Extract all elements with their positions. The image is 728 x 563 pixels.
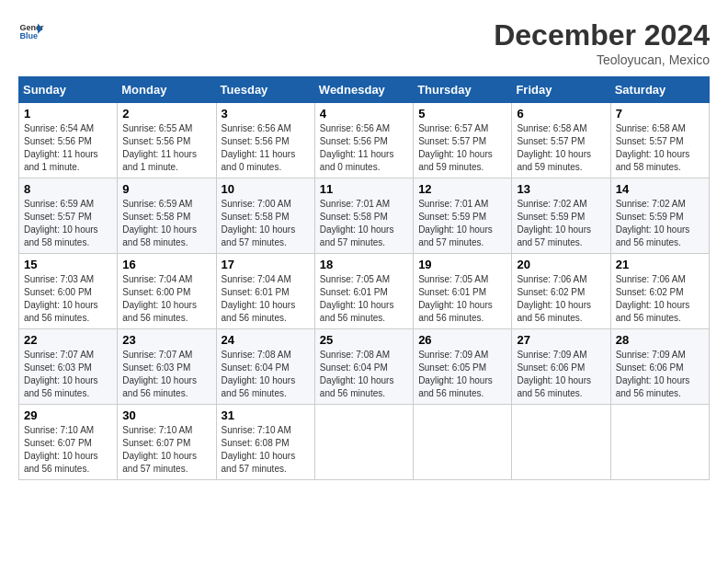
day-number: 1: [24, 107, 112, 121]
svg-text:Blue: Blue: [19, 31, 38, 40]
empty-cell: [610, 405, 709, 480]
day-info: Sunrise: 7:07 AM Sunset: 6:03 PM Dayligh…: [24, 349, 112, 400]
day-number: 9: [122, 182, 210, 196]
calendar-day-cell: 20Sunrise: 7:06 AM Sunset: 6:02 PM Dayli…: [512, 254, 610, 329]
day-info: Sunrise: 7:04 AM Sunset: 6:01 PM Dayligh…: [222, 273, 310, 325]
day-info: Sunrise: 6:59 AM Sunset: 5:58 PM Dayligh…: [122, 198, 210, 249]
day-info: Sunrise: 7:10 AM Sunset: 6:08 PM Dayligh…: [222, 424, 310, 476]
calendar-day-cell: 5Sunrise: 6:57 AM Sunset: 5:57 PM Daylig…: [414, 103, 512, 178]
day-number: 12: [418, 182, 506, 196]
calendar-day-cell: 9Sunrise: 6:59 AM Sunset: 5:58 PM Daylig…: [118, 178, 216, 254]
logo: General Blue: [18, 18, 44, 44]
day-number: 23: [122, 333, 210, 347]
day-info: Sunrise: 7:03 AM Sunset: 6:00 PM Dayligh…: [24, 273, 112, 325]
calendar-day-cell: 23Sunrise: 7:07 AM Sunset: 6:03 PM Dayli…: [118, 329, 216, 405]
calendar-week-row: 8Sunrise: 6:59 AM Sunset: 5:57 PM Daylig…: [19, 178, 710, 254]
weekday-header-row: SundayMondayTuesdayWednesdayThursdayFrid…: [19, 77, 710, 103]
calendar-day-cell: 11Sunrise: 7:01 AM Sunset: 5:58 PM Dayli…: [314, 178, 413, 254]
empty-cell: [512, 405, 610, 480]
day-info: Sunrise: 6:57 AM Sunset: 5:57 PM Dayligh…: [418, 122, 506, 174]
page-header: General Blue December 2024 Teoloyucan, M…: [18, 18, 710, 67]
day-number: 27: [517, 333, 605, 347]
day-number: 5: [418, 107, 506, 121]
day-number: 29: [24, 408, 112, 422]
calendar-day-cell: 21Sunrise: 7:06 AM Sunset: 6:02 PM Dayli…: [610, 254, 709, 329]
calendar-day-cell: 17Sunrise: 7:04 AM Sunset: 6:01 PM Dayli…: [216, 254, 314, 329]
day-info: Sunrise: 7:09 AM Sunset: 6:06 PM Dayligh…: [616, 349, 704, 400]
day-info: Sunrise: 7:10 AM Sunset: 6:07 PM Dayligh…: [122, 424, 210, 476]
day-info: Sunrise: 7:04 AM Sunset: 6:00 PM Dayligh…: [122, 273, 210, 325]
day-number: 19: [418, 258, 506, 271]
calendar-week-row: 22Sunrise: 7:07 AM Sunset: 6:03 PM Dayli…: [19, 329, 710, 405]
calendar-day-cell: 1Sunrise: 6:54 AM Sunset: 5:56 PM Daylig…: [19, 103, 118, 178]
calendar-week-row: 29Sunrise: 7:10 AM Sunset: 6:07 PM Dayli…: [19, 405, 710, 480]
calendar-day-cell: 24Sunrise: 7:08 AM Sunset: 6:04 PM Dayli…: [216, 329, 314, 405]
calendar-day-cell: 10Sunrise: 7:00 AM Sunset: 5:58 PM Dayli…: [216, 178, 314, 254]
weekday-header-tuesday: Tuesday: [216, 77, 314, 103]
day-info: Sunrise: 6:59 AM Sunset: 5:57 PM Dayligh…: [24, 198, 112, 249]
location: Teoloyucan, Mexico: [494, 52, 710, 67]
month-title: December 2024: [494, 18, 710, 52]
calendar-week-row: 1Sunrise: 6:54 AM Sunset: 5:56 PM Daylig…: [19, 103, 710, 178]
day-number: 20: [517, 258, 605, 271]
day-info: Sunrise: 7:08 AM Sunset: 6:04 PM Dayligh…: [320, 349, 408, 400]
calendar-day-cell: 25Sunrise: 7:08 AM Sunset: 6:04 PM Dayli…: [314, 329, 413, 405]
day-number: 17: [222, 258, 310, 271]
calendar-day-cell: 27Sunrise: 7:09 AM Sunset: 6:06 PM Dayli…: [512, 329, 610, 405]
calendar-day-cell: 28Sunrise: 7:09 AM Sunset: 6:06 PM Dayli…: [610, 329, 709, 405]
day-number: 7: [616, 107, 704, 121]
calendar-week-row: 15Sunrise: 7:03 AM Sunset: 6:00 PM Dayli…: [19, 254, 710, 329]
calendar-day-cell: 29Sunrise: 7:10 AM Sunset: 6:07 PM Dayli…: [19, 405, 118, 480]
calendar-day-cell: 18Sunrise: 7:05 AM Sunset: 6:01 PM Dayli…: [314, 254, 413, 329]
day-info: Sunrise: 7:07 AM Sunset: 6:03 PM Dayligh…: [122, 349, 210, 400]
title-block: December 2024 Teoloyucan, Mexico: [494, 18, 710, 67]
empty-cell: [414, 405, 512, 480]
day-info: Sunrise: 7:02 AM Sunset: 5:59 PM Dayligh…: [616, 198, 704, 249]
calendar-day-cell: 8Sunrise: 6:59 AM Sunset: 5:57 PM Daylig…: [19, 178, 118, 254]
day-info: Sunrise: 7:05 AM Sunset: 6:01 PM Dayligh…: [418, 273, 506, 325]
day-number: 10: [222, 182, 310, 196]
day-number: 24: [222, 333, 310, 347]
day-info: Sunrise: 7:08 AM Sunset: 6:04 PM Dayligh…: [222, 349, 310, 400]
empty-cell: [314, 405, 413, 480]
calendar-table: SundayMondayTuesdayWednesdayThursdayFrid…: [18, 76, 710, 480]
day-number: 4: [320, 107, 408, 121]
day-number: 16: [122, 258, 210, 271]
day-number: 18: [320, 258, 408, 271]
calendar-day-cell: 16Sunrise: 7:04 AM Sunset: 6:00 PM Dayli…: [118, 254, 216, 329]
weekday-header-friday: Friday: [512, 77, 610, 103]
day-info: Sunrise: 6:54 AM Sunset: 5:56 PM Dayligh…: [24, 122, 112, 174]
day-info: Sunrise: 7:00 AM Sunset: 5:58 PM Dayligh…: [222, 198, 310, 249]
day-info: Sunrise: 6:55 AM Sunset: 5:56 PM Dayligh…: [122, 122, 210, 174]
day-info: Sunrise: 6:58 AM Sunset: 5:57 PM Dayligh…: [616, 122, 704, 174]
day-number: 3: [222, 107, 310, 121]
day-number: 25: [320, 333, 408, 347]
day-number: 2: [122, 107, 210, 121]
logo-icon: General Blue: [18, 18, 44, 44]
day-info: Sunrise: 7:02 AM Sunset: 5:59 PM Dayligh…: [517, 198, 605, 249]
calendar-day-cell: 19Sunrise: 7:05 AM Sunset: 6:01 PM Dayli…: [414, 254, 512, 329]
weekday-header-sunday: Sunday: [19, 77, 118, 103]
day-info: Sunrise: 6:56 AM Sunset: 5:56 PM Dayligh…: [320, 122, 408, 174]
day-number: 21: [616, 258, 704, 271]
day-number: 22: [24, 333, 112, 347]
calendar-day-cell: 26Sunrise: 7:09 AM Sunset: 6:05 PM Dayli…: [414, 329, 512, 405]
day-info: Sunrise: 6:56 AM Sunset: 5:56 PM Dayligh…: [222, 122, 310, 174]
calendar-day-cell: 7Sunrise: 6:58 AM Sunset: 5:57 PM Daylig…: [610, 103, 709, 178]
calendar-day-cell: 30Sunrise: 7:10 AM Sunset: 6:07 PM Dayli…: [118, 405, 216, 480]
day-info: Sunrise: 7:09 AM Sunset: 6:06 PM Dayligh…: [517, 349, 605, 400]
calendar-day-cell: 22Sunrise: 7:07 AM Sunset: 6:03 PM Dayli…: [19, 329, 118, 405]
day-info: Sunrise: 7:10 AM Sunset: 6:07 PM Dayligh…: [24, 424, 112, 476]
day-info: Sunrise: 7:06 AM Sunset: 6:02 PM Dayligh…: [517, 273, 605, 325]
weekday-header-monday: Monday: [118, 77, 216, 103]
day-info: Sunrise: 7:05 AM Sunset: 6:01 PM Dayligh…: [320, 273, 408, 325]
day-info: Sunrise: 7:09 AM Sunset: 6:05 PM Dayligh…: [418, 349, 506, 400]
calendar-day-cell: 6Sunrise: 6:58 AM Sunset: 5:57 PM Daylig…: [512, 103, 610, 178]
day-number: 13: [517, 182, 605, 196]
weekday-header-saturday: Saturday: [610, 77, 709, 103]
day-number: 30: [122, 408, 210, 422]
day-number: 26: [418, 333, 506, 347]
day-number: 15: [24, 258, 112, 271]
day-info: Sunrise: 7:01 AM Sunset: 5:59 PM Dayligh…: [418, 198, 506, 249]
calendar-day-cell: 14Sunrise: 7:02 AM Sunset: 5:59 PM Dayli…: [610, 178, 709, 254]
